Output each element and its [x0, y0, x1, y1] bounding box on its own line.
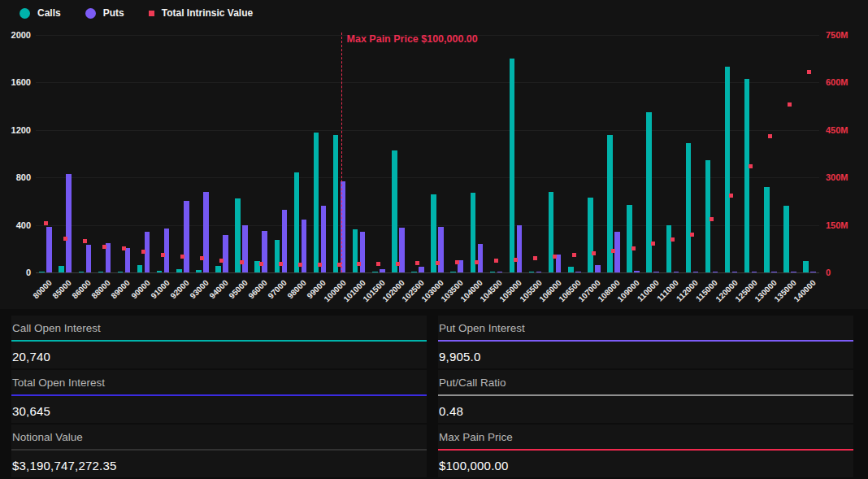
- puts-bar[interactable]: [674, 272, 679, 272]
- intrinsic-value-marker[interactable]: [553, 255, 557, 259]
- calls-bar[interactable]: [79, 272, 85, 272]
- intrinsic-value-marker[interactable]: [83, 239, 87, 243]
- calls-bar[interactable]: [588, 198, 593, 272]
- calls-bar[interactable]: [725, 67, 731, 272]
- intrinsic-value-marker[interactable]: [240, 260, 244, 264]
- calls-bar[interactable]: [764, 187, 770, 272]
- puts-bar[interactable]: [125, 248, 131, 272]
- intrinsic-value-marker[interactable]: [475, 260, 479, 264]
- puts-bar[interactable]: [810, 272, 816, 272]
- intrinsic-value-marker[interactable]: [455, 260, 459, 264]
- calls-bar[interactable]: [314, 133, 319, 272]
- puts-bar[interactable]: [517, 225, 523, 272]
- calls-bar[interactable]: [196, 270, 202, 272]
- puts-bar[interactable]: [713, 272, 718, 272]
- puts-bar[interactable]: [791, 272, 796, 272]
- calls-bar[interactable]: [118, 272, 124, 272]
- intrinsic-value-marker[interactable]: [436, 261, 440, 265]
- calls-bar[interactable]: [59, 266, 64, 272]
- legend-item-puts[interactable]: Puts: [85, 7, 124, 19]
- calls-bar[interactable]: [137, 265, 143, 272]
- intrinsic-value-marker[interactable]: [396, 262, 400, 266]
- puts-bar[interactable]: [66, 174, 72, 272]
- puts-bar[interactable]: [380, 269, 385, 272]
- intrinsic-value-marker[interactable]: [63, 237, 67, 241]
- puts-bar[interactable]: [419, 267, 424, 272]
- calls-bar[interactable]: [646, 112, 652, 272]
- intrinsic-value-marker[interactable]: [671, 237, 675, 242]
- intrinsic-value-marker[interactable]: [376, 262, 380, 266]
- puts-bar[interactable]: [634, 271, 640, 272]
- intrinsic-value-marker[interactable]: [122, 246, 126, 250]
- intrinsic-value-marker[interactable]: [219, 259, 224, 263]
- calls-bar[interactable]: [744, 79, 750, 272]
- puts-bar[interactable]: [184, 201, 189, 272]
- calls-bar[interactable]: [275, 240, 280, 272]
- calls-bar[interactable]: [176, 269, 182, 272]
- intrinsic-value-marker[interactable]: [514, 258, 518, 262]
- intrinsic-value-marker[interactable]: [259, 262, 263, 266]
- intrinsic-value-marker[interactable]: [180, 255, 184, 259]
- puts-bar[interactable]: [693, 272, 699, 272]
- puts-bar[interactable]: [478, 244, 484, 272]
- intrinsic-value-marker[interactable]: [729, 194, 733, 198]
- puts-bar[interactable]: [46, 227, 52, 272]
- intrinsic-value-marker[interactable]: [710, 217, 714, 221]
- calls-bar[interactable]: [392, 150, 397, 272]
- legend-item-calls[interactable]: Calls: [20, 7, 61, 19]
- intrinsic-value-marker[interactable]: [161, 253, 165, 257]
- puts-bar[interactable]: [732, 272, 738, 272]
- intrinsic-value-marker[interactable]: [572, 253, 576, 257]
- intrinsic-value-marker[interactable]: [357, 262, 361, 266]
- calls-bar[interactable]: [157, 271, 163, 272]
- intrinsic-value-marker[interactable]: [611, 249, 615, 253]
- intrinsic-value-marker[interactable]: [631, 246, 636, 250]
- puts-bar[interactable]: [438, 227, 444, 272]
- intrinsic-value-marker[interactable]: [141, 250, 145, 254]
- intrinsic-value-marker[interactable]: [690, 233, 694, 237]
- calls-bar[interactable]: [705, 160, 711, 272]
- puts-bar[interactable]: [164, 229, 170, 272]
- calls-bar[interactable]: [450, 272, 456, 272]
- calls-bar[interactable]: [372, 272, 378, 272]
- puts-bar[interactable]: [360, 232, 366, 272]
- puts-bar[interactable]: [653, 272, 659, 272]
- intrinsic-value-marker[interactable]: [788, 102, 792, 107]
- puts-bar[interactable]: [497, 272, 503, 272]
- intrinsic-value-marker[interactable]: [415, 261, 419, 265]
- intrinsic-value-marker[interactable]: [44, 221, 48, 225]
- calls-bar[interactable]: [333, 135, 339, 272]
- calls-bar[interactable]: [783, 206, 789, 272]
- intrinsic-value-marker[interactable]: [279, 262, 283, 266]
- puts-bar[interactable]: [242, 225, 248, 272]
- intrinsic-value-marker[interactable]: [494, 259, 498, 263]
- calls-bar[interactable]: [666, 225, 672, 272]
- puts-bar[interactable]: [771, 272, 777, 272]
- calls-bar[interactable]: [215, 266, 221, 272]
- intrinsic-value-marker[interactable]: [102, 245, 106, 249]
- intrinsic-value-marker[interactable]: [651, 242, 655, 246]
- calls-bar[interactable]: [510, 59, 515, 272]
- puts-bar[interactable]: [262, 231, 267, 272]
- intrinsic-value-marker[interactable]: [200, 256, 204, 260]
- calls-bar[interactable]: [490, 272, 496, 272]
- calls-bar[interactable]: [627, 205, 632, 272]
- puts-bar[interactable]: [575, 272, 581, 272]
- calls-bar[interactable]: [411, 272, 417, 272]
- calls-bar[interactable]: [686, 143, 692, 272]
- puts-bar[interactable]: [223, 235, 228, 272]
- intrinsic-value-marker[interactable]: [807, 70, 811, 74]
- calls-bar[interactable]: [803, 261, 809, 272]
- puts-bar[interactable]: [86, 245, 92, 272]
- calls-bar[interactable]: [568, 267, 574, 272]
- intrinsic-value-marker[interactable]: [749, 164, 753, 168]
- puts-bar[interactable]: [536, 272, 542, 272]
- calls-bar[interactable]: [98, 272, 104, 272]
- intrinsic-value-marker[interactable]: [768, 134, 772, 138]
- intrinsic-value-marker[interactable]: [533, 256, 537, 260]
- intrinsic-value-marker[interactable]: [592, 251, 596, 255]
- puts-bar[interactable]: [752, 272, 757, 272]
- intrinsic-value-marker[interactable]: [318, 263, 322, 267]
- puts-bar[interactable]: [595, 265, 601, 272]
- calls-bar[interactable]: [549, 192, 554, 272]
